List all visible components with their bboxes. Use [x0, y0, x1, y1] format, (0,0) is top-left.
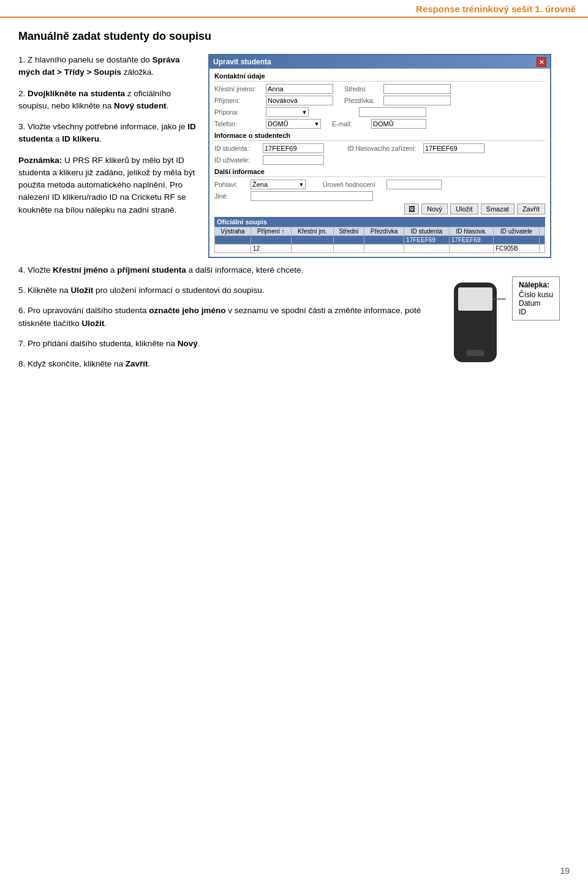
col-id-uzivatele: ID uživatele — [494, 227, 540, 236]
additional-row-1: Pohlaví: Žena▼ Úroveň hodnocení — [214, 180, 545, 189]
step-4: 4. Vložte Křestní jméno a příjmení stude… — [18, 264, 423, 277]
email-input[interactable]: DOMŮ — [371, 119, 426, 129]
prijmeni-label: Příjmení: — [214, 97, 263, 104]
nalepka-item-1: Číslo kusu — [519, 290, 553, 299]
note-text: Poznámka: U PRS RF klikerů by mělo být I… — [18, 156, 195, 214]
col-prijmeni: Příjmení ↑ — [251, 227, 291, 236]
id-studenta-label: ID studenta: — [214, 145, 260, 152]
nalepka-box: Nálepka: Číslo kusu Datum ID — [512, 276, 560, 321]
form-row-1: Křestní jméno: Anna Střední: — [214, 84, 545, 94]
stredni-input[interactable] — [383, 84, 451, 94]
step-1-number: 1. Z hlavního panelu se dostaňte do Sprá… — [18, 55, 179, 77]
roster-section: Oficiální soupis Výstraha Příjmení ↑ Kře… — [214, 217, 545, 253]
roster-row-1[interactable]: 17FEEF69 17FEEF69 — [215, 236, 545, 245]
dialog-box: Upravit studenta ✕ Kontaktní údaje Křest… — [208, 54, 551, 258]
col-krestni: Křestní jm. — [291, 227, 333, 236]
telefon-label: Telefon: — [214, 120, 263, 127]
roster-label: Oficiální soupis — [214, 217, 545, 227]
id-uzivatele-label: ID uživatele: — [214, 156, 260, 164]
step-5: 5. Klikněte na Uložit pro uložení inform… — [18, 284, 423, 297]
id-studenta-input[interactable]: 17FEEF69 — [263, 143, 324, 153]
jine-input[interactable] — [251, 191, 373, 201]
bottom-right-col: Nálepka: Číslo kusu Datum ID — [435, 264, 570, 378]
new-button[interactable]: Nový — [421, 203, 448, 214]
form-row-3: Přípona: ▼ — [214, 107, 545, 117]
dialog-body: Kontaktní údaje Křestní jméno: Anna Stře… — [209, 69, 550, 257]
step-2-text: 2. Dvojklikněte na studenta z oficiálníh… — [18, 89, 171, 110]
col-scroll — [540, 227, 545, 236]
dialog-title: Upravit studenta — [213, 58, 271, 66]
nalepka-item-2: Datum — [519, 299, 553, 308]
page-heading: Manuálně zadat studenty do soupisu — [18, 30, 570, 43]
col-id-hlasovaci: ID hlasova. — [449, 227, 493, 236]
bottom-row: 4. Vložte Křestní jméno a příjmení stude… — [18, 264, 570, 378]
close-button[interactable]: Zavřít — [517, 203, 545, 214]
header: Response tréninkový sešit 1. úrovně — [0, 0, 588, 18]
device-container: Nálepka: Číslo kusu Datum ID — [445, 270, 560, 370]
id-row-1: ID studenta: 17FEEF69 ID hlasovacího zař… — [214, 143, 545, 153]
jine-label: Jiné: — [214, 192, 248, 200]
roster-header-row: Výstraha Příjmení ↑ Křestní jm. Střední … — [215, 227, 545, 236]
pohlavi-label: Pohlaví: — [214, 181, 248, 188]
step-2: 2. Dvojklikněte na studenta z oficiálníh… — [18, 88, 196, 113]
prijmeni-input[interactable]: Nováková — [266, 96, 333, 105]
steps-column: 1. Z hlavního panelu se dostaňte do Sprá… — [18, 54, 196, 258]
contact-section-label: Kontaktní údaje — [214, 72, 545, 82]
form-row-2: Příjmení: Nováková Přezdívka: — [214, 96, 545, 105]
uroven-label: Úroveň hodnocení — [323, 181, 384, 188]
email-label: E-mail: — [332, 120, 369, 127]
dialog-titlebar: Upravit studenta ✕ — [209, 55, 550, 69]
krestni-label: Křestní jméno: — [214, 85, 263, 93]
svg-rect-1 — [458, 287, 492, 311]
col-id-studenta: ID studenta — [404, 227, 450, 236]
nalepka-title: Nálepka: — [519, 281, 553, 289]
step-6: 6. Pro upravování dalšího studenta označ… — [18, 305, 423, 330]
device-svg — [445, 276, 506, 368]
bottom-left-col: 4. Vložte Křestní jméno a příjmení stude… — [18, 264, 423, 378]
step-3: 3. Vložte všechny potřebné informace, ja… — [18, 121, 196, 146]
nalepka-item-3: ID — [519, 308, 553, 316]
save-button[interactable]: Uložit — [450, 203, 478, 214]
pohlavi-select[interactable]: Žena▼ — [251, 180, 306, 189]
empty-input-1[interactable] — [359, 107, 426, 117]
id-hlasovaci-input[interactable]: 17FEEF69 — [423, 143, 484, 153]
additional-section-label: Další informace — [214, 168, 545, 177]
prezdivka-label: Přezdívka: — [344, 97, 381, 104]
dialog-close-button[interactable]: ✕ — [537, 57, 546, 67]
prezdivka-input[interactable] — [383, 96, 451, 105]
step-3-text: 3. Vložte všechny potřebné informace, ja… — [18, 122, 196, 143]
note-block: Poznámka: U PRS RF klikerů by mělo být I… — [18, 154, 196, 216]
id-row-2: ID uživatele: — [214, 155, 545, 165]
dialog-column: Upravit studenta ✕ Kontaktní údaje Křest… — [208, 54, 570, 258]
step-7: 7. Pro přidání dalšího studenta, kliknět… — [18, 338, 423, 351]
form-row-4: Telefon: DOMŮ▼ E-mail: DOMŮ — [214, 119, 545, 129]
krestni-input[interactable]: Anna — [266, 84, 333, 94]
button-row: 🖼 Nový Uložit Smazat Zavřít — [214, 203, 545, 214]
pripona-select[interactable]: ▼ — [266, 107, 309, 117]
svg-rect-4 — [466, 350, 484, 356]
additional-row-2: Jiné: — [214, 191, 545, 201]
device-illustration — [445, 276, 506, 370]
uroven-input[interactable] — [386, 180, 442, 189]
roster-row-2[interactable]: 12 FC905B — [215, 245, 545, 253]
id-hlasovaci-label: ID hlasovacího zařízení: — [347, 145, 421, 152]
header-title: Response tréninkový sešit 1. úrovně — [416, 4, 576, 14]
col-prezdivka: Přezdívka — [364, 227, 404, 236]
col-vystrana: Výstraha — [215, 227, 251, 236]
stredni-label: Střední: — [344, 85, 381, 93]
telefon-select[interactable]: DOMŮ▼ — [266, 119, 321, 129]
roster-table: Výstraha Příjmení ↑ Křestní jm. Střední … — [214, 227, 545, 253]
step-1: 1. Z hlavního panelu se dostaňte do Sprá… — [18, 54, 196, 79]
col-stredni: Střední — [334, 227, 364, 236]
step-8: 8. Když skončíte, klikněte na Zavřít. — [18, 358, 423, 371]
top-section: 1. Z hlavního panelu se dostaňte do Sprá… — [18, 54, 570, 258]
page-number: 19 — [560, 866, 570, 876]
student-info-label: Informace o studentech — [214, 132, 545, 141]
id-uzivatele-input[interactable] — [263, 155, 324, 165]
delete-button[interactable]: Smazat — [481, 203, 514, 214]
pripona-label: Přípona: — [214, 108, 263, 116]
icon-button[interactable]: 🖼 — [404, 203, 419, 214]
